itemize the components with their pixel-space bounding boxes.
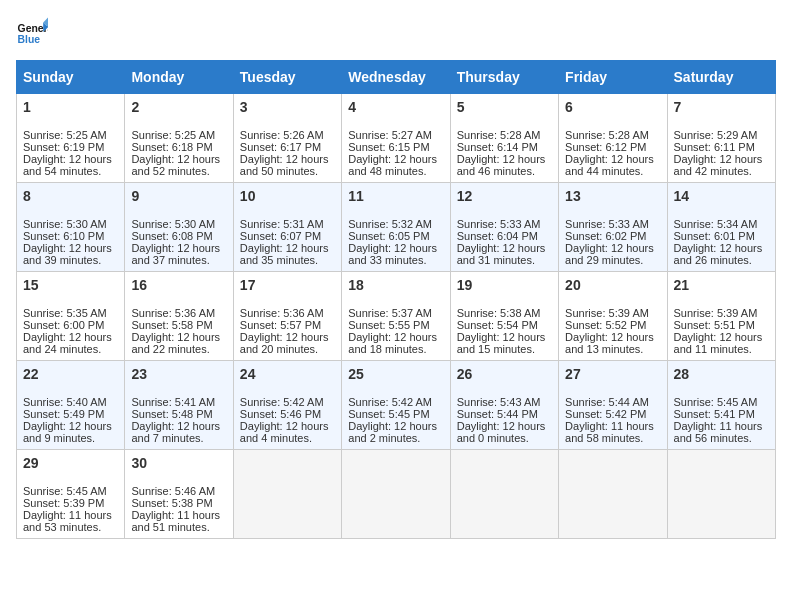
sunset-text: Sunset: 6:00 PM <box>23 319 104 331</box>
calendar-cell: 10Sunrise: 5:31 AMSunset: 6:07 PMDayligh… <box>233 183 341 272</box>
col-header-friday: Friday <box>559 61 667 94</box>
sunset-text: Sunset: 6:02 PM <box>565 230 646 242</box>
day-number: 4 <box>348 99 443 115</box>
sunrise-text: Sunrise: 5:44 AM <box>565 396 649 408</box>
daylight-text: Daylight: 12 hours and 0 minutes. <box>457 420 546 444</box>
sunset-text: Sunset: 6:14 PM <box>457 141 538 153</box>
sunrise-text: Sunrise: 5:30 AM <box>131 218 215 230</box>
svg-text:Blue: Blue <box>18 34 41 45</box>
calendar-cell: 27Sunrise: 5:44 AMSunset: 5:42 PMDayligh… <box>559 361 667 450</box>
daylight-text: Daylight: 12 hours and 35 minutes. <box>240 242 329 266</box>
sunset-text: Sunset: 6:07 PM <box>240 230 321 242</box>
col-header-monday: Monday <box>125 61 233 94</box>
sunrise-text: Sunrise: 5:39 AM <box>674 307 758 319</box>
calendar-cell: 14Sunrise: 5:34 AMSunset: 6:01 PMDayligh… <box>667 183 775 272</box>
calendar-week-2: 8Sunrise: 5:30 AMSunset: 6:10 PMDaylight… <box>17 183 776 272</box>
day-number: 16 <box>131 277 226 293</box>
calendar-cell: 4Sunrise: 5:27 AMSunset: 6:15 PMDaylight… <box>342 94 450 183</box>
day-number: 2 <box>131 99 226 115</box>
daylight-text: Daylight: 11 hours and 53 minutes. <box>23 509 112 533</box>
sunset-text: Sunset: 6:05 PM <box>348 230 429 242</box>
calendar-cell: 9Sunrise: 5:30 AMSunset: 6:08 PMDaylight… <box>125 183 233 272</box>
daylight-text: Daylight: 11 hours and 56 minutes. <box>674 420 763 444</box>
calendar-cell: 24Sunrise: 5:42 AMSunset: 5:46 PMDayligh… <box>233 361 341 450</box>
calendar-week-1: 1Sunrise: 5:25 AMSunset: 6:19 PMDaylight… <box>17 94 776 183</box>
calendar-cell: 11Sunrise: 5:32 AMSunset: 6:05 PMDayligh… <box>342 183 450 272</box>
sunrise-text: Sunrise: 5:28 AM <box>565 129 649 141</box>
sunrise-text: Sunrise: 5:46 AM <box>131 485 215 497</box>
daylight-text: Daylight: 12 hours and 22 minutes. <box>131 331 220 355</box>
calendar-cell: 25Sunrise: 5:42 AMSunset: 5:45 PMDayligh… <box>342 361 450 450</box>
sunset-text: Sunset: 6:17 PM <box>240 141 321 153</box>
sunrise-text: Sunrise: 5:42 AM <box>348 396 432 408</box>
daylight-text: Daylight: 12 hours and 4 minutes. <box>240 420 329 444</box>
calendar-cell: 1Sunrise: 5:25 AMSunset: 6:19 PMDaylight… <box>17 94 125 183</box>
calendar-cell: 21Sunrise: 5:39 AMSunset: 5:51 PMDayligh… <box>667 272 775 361</box>
calendar-week-3: 15Sunrise: 5:35 AMSunset: 6:00 PMDayligh… <box>17 272 776 361</box>
calendar-cell: 8Sunrise: 5:30 AMSunset: 6:10 PMDaylight… <box>17 183 125 272</box>
daylight-text: Daylight: 11 hours and 58 minutes. <box>565 420 654 444</box>
calendar-cell <box>342 450 450 539</box>
day-number: 5 <box>457 99 552 115</box>
sunrise-text: Sunrise: 5:25 AM <box>23 129 107 141</box>
daylight-text: Daylight: 12 hours and 29 minutes. <box>565 242 654 266</box>
day-number: 19 <box>457 277 552 293</box>
col-header-saturday: Saturday <box>667 61 775 94</box>
daylight-text: Daylight: 12 hours and 26 minutes. <box>674 242 763 266</box>
daylight-text: Daylight: 12 hours and 2 minutes. <box>348 420 437 444</box>
sunset-text: Sunset: 5:51 PM <box>674 319 755 331</box>
sunset-text: Sunset: 5:42 PM <box>565 408 646 420</box>
sunrise-text: Sunrise: 5:33 AM <box>565 218 649 230</box>
day-number: 1 <box>23 99 118 115</box>
sunrise-text: Sunrise: 5:45 AM <box>674 396 758 408</box>
sunset-text: Sunset: 5:38 PM <box>131 497 212 509</box>
calendar-cell: 23Sunrise: 5:41 AMSunset: 5:48 PMDayligh… <box>125 361 233 450</box>
daylight-text: Daylight: 12 hours and 13 minutes. <box>565 331 654 355</box>
sunrise-text: Sunrise: 5:26 AM <box>240 129 324 141</box>
daylight-text: Daylight: 12 hours and 44 minutes. <box>565 153 654 177</box>
calendar-cell <box>233 450 341 539</box>
sunset-text: Sunset: 5:39 PM <box>23 497 104 509</box>
daylight-text: Daylight: 12 hours and 9 minutes. <box>23 420 112 444</box>
sunset-text: Sunset: 5:57 PM <box>240 319 321 331</box>
calendar-cell: 12Sunrise: 5:33 AMSunset: 6:04 PMDayligh… <box>450 183 558 272</box>
sunset-text: Sunset: 6:19 PM <box>23 141 104 153</box>
daylight-text: Daylight: 12 hours and 7 minutes. <box>131 420 220 444</box>
sunrise-text: Sunrise: 5:30 AM <box>23 218 107 230</box>
calendar-cell: 5Sunrise: 5:28 AMSunset: 6:14 PMDaylight… <box>450 94 558 183</box>
daylight-text: Daylight: 12 hours and 37 minutes. <box>131 242 220 266</box>
daylight-text: Daylight: 12 hours and 31 minutes. <box>457 242 546 266</box>
col-header-sunday: Sunday <box>17 61 125 94</box>
sunrise-text: Sunrise: 5:34 AM <box>674 218 758 230</box>
sunrise-text: Sunrise: 5:38 AM <box>457 307 541 319</box>
daylight-text: Daylight: 12 hours and 39 minutes. <box>23 242 112 266</box>
day-number: 12 <box>457 188 552 204</box>
col-header-tuesday: Tuesday <box>233 61 341 94</box>
daylight-text: Daylight: 12 hours and 20 minutes. <box>240 331 329 355</box>
sunset-text: Sunset: 6:08 PM <box>131 230 212 242</box>
day-number: 3 <box>240 99 335 115</box>
daylight-text: Daylight: 12 hours and 15 minutes. <box>457 331 546 355</box>
sunset-text: Sunset: 6:15 PM <box>348 141 429 153</box>
logo: General Blue <box>16 16 48 48</box>
calendar-cell <box>559 450 667 539</box>
daylight-text: Daylight: 12 hours and 54 minutes. <box>23 153 112 177</box>
sunrise-text: Sunrise: 5:33 AM <box>457 218 541 230</box>
day-number: 13 <box>565 188 660 204</box>
calendar-cell: 22Sunrise: 5:40 AMSunset: 5:49 PMDayligh… <box>17 361 125 450</box>
sunset-text: Sunset: 5:58 PM <box>131 319 212 331</box>
calendar-cell: 2Sunrise: 5:25 AMSunset: 6:18 PMDaylight… <box>125 94 233 183</box>
day-number: 8 <box>23 188 118 204</box>
daylight-text: Daylight: 12 hours and 46 minutes. <box>457 153 546 177</box>
page-header: General Blue <box>16 16 776 48</box>
calendar-cell: 15Sunrise: 5:35 AMSunset: 6:00 PMDayligh… <box>17 272 125 361</box>
day-number: 23 <box>131 366 226 382</box>
sunset-text: Sunset: 5:52 PM <box>565 319 646 331</box>
sunrise-text: Sunrise: 5:27 AM <box>348 129 432 141</box>
sunset-text: Sunset: 5:48 PM <box>131 408 212 420</box>
sunrise-text: Sunrise: 5:42 AM <box>240 396 324 408</box>
day-number: 9 <box>131 188 226 204</box>
day-number: 24 <box>240 366 335 382</box>
sunrise-text: Sunrise: 5:40 AM <box>23 396 107 408</box>
daylight-text: Daylight: 12 hours and 50 minutes. <box>240 153 329 177</box>
